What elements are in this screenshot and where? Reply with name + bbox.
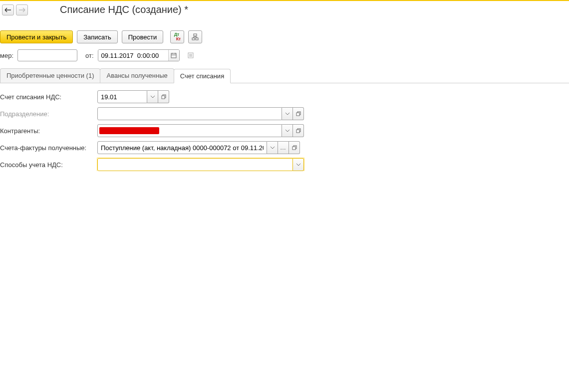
division-label: Подразделение: xyxy=(0,110,97,118)
post-and-close-button[interactable]: Провести и закрыть xyxy=(0,30,73,43)
nds-method-combo xyxy=(97,158,304,171)
invoice-more[interactable]: … xyxy=(278,141,289,154)
calendar-button[interactable] xyxy=(168,50,179,61)
nds-method-label: Способы учета НДС: xyxy=(0,161,97,169)
svg-rect-0 xyxy=(194,34,197,36)
redacted-marker xyxy=(99,127,159,134)
svg-rect-6 xyxy=(162,96,165,99)
invoice-open[interactable] xyxy=(289,141,300,154)
contragent-label: Контрагенты: xyxy=(0,127,97,135)
tab-acquired-values[interactable]: Приобретенные ценности (1) xyxy=(0,68,100,83)
open-icon xyxy=(296,128,301,133)
nds-method-input[interactable] xyxy=(97,158,293,171)
chevron-down-icon xyxy=(285,113,289,115)
page-title: Списание НДС (создание) * xyxy=(60,4,188,15)
save-button[interactable]: Записать xyxy=(77,30,118,43)
dtkt-icon: ДтКт xyxy=(174,32,181,41)
date-field[interactable] xyxy=(98,49,180,61)
svg-rect-2 xyxy=(196,38,198,40)
number-input[interactable] xyxy=(17,49,77,61)
account-input[interactable] xyxy=(97,90,147,103)
invoice-combo: … xyxy=(97,141,300,154)
invoice-label: Счета-фактуры полученные: xyxy=(0,144,97,152)
division-open[interactable] xyxy=(293,107,304,120)
tabs: Приобретенные ценности (1) Авансы получе… xyxy=(0,68,569,83)
open-icon xyxy=(161,94,166,99)
division-combo xyxy=(97,107,304,120)
from-label: от: xyxy=(85,52,94,59)
structure-icon xyxy=(192,33,199,40)
chevron-down-icon xyxy=(296,164,300,166)
list-icon[interactable] xyxy=(187,51,195,59)
nds-method-dropdown[interactable] xyxy=(293,158,304,171)
division-input[interactable] xyxy=(97,107,282,120)
invoice-input[interactable] xyxy=(97,141,267,154)
number-label: мер: xyxy=(0,52,13,59)
post-button[interactable]: Провести xyxy=(122,30,164,43)
structure-button[interactable] xyxy=(188,30,202,43)
date-input[interactable] xyxy=(98,50,168,61)
back-button[interactable] xyxy=(2,4,14,15)
calendar-icon xyxy=(171,52,177,58)
account-label: Счет списания НДС: xyxy=(0,93,97,101)
open-icon xyxy=(296,111,301,116)
arrow-left-icon xyxy=(4,7,11,12)
open-icon xyxy=(292,145,297,150)
arrow-right-icon xyxy=(18,7,25,12)
account-dropdown[interactable] xyxy=(147,90,158,103)
tab-writeoff-account[interactable]: Счет списания xyxy=(174,69,231,83)
svg-rect-10 xyxy=(296,130,299,133)
chevron-down-icon xyxy=(271,147,275,149)
invoice-dropdown[interactable] xyxy=(267,141,278,154)
account-open[interactable] xyxy=(158,90,169,103)
contragent-open[interactable] xyxy=(293,124,304,137)
chevron-down-icon xyxy=(151,96,155,98)
forward-button[interactable] xyxy=(16,4,28,15)
contragent-dropdown[interactable] xyxy=(282,124,293,137)
chevron-down-icon xyxy=(285,130,289,132)
svg-rect-8 xyxy=(296,113,299,116)
division-dropdown[interactable] xyxy=(282,107,293,120)
debit-credit-button[interactable]: ДтКт xyxy=(170,30,184,43)
svg-rect-3 xyxy=(171,53,176,58)
svg-rect-1 xyxy=(192,38,195,40)
tab-advances-received[interactable]: Авансы полученные xyxy=(100,68,174,83)
svg-rect-12 xyxy=(292,147,295,150)
account-combo xyxy=(97,90,169,103)
